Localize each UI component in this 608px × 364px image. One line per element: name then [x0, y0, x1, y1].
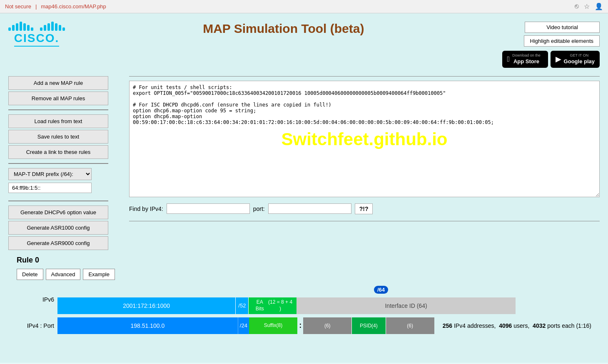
top-separator: [129, 76, 600, 77]
store-buttons:  Download on the App Store ▶ GET IT ON …: [502, 51, 600, 68]
psid-num1: (6): [303, 317, 352, 334]
browser-bar: Not secure | map46.cisco.com/MAP.php ⎋ ☆…: [0, 0, 608, 13]
example-button[interactable]: Example: [83, 269, 115, 280]
app-store-text: Download on the App Store: [512, 53, 541, 65]
interface-id: Interface ID (64): [297, 297, 516, 314]
bar10: [47, 23, 50, 31]
output-container: # For unit tests / shell scripts: export…: [129, 81, 600, 198]
app-store-button[interactable]:  Download on the App Store: [502, 51, 548, 68]
find-query-button[interactable]: ?!?: [355, 203, 373, 214]
ipv6-bar: 2001:172:16:1000 /52 EA Bits (12 = 8 + 4…: [57, 297, 516, 314]
add-map-rule-button[interactable]: Add a new MAP rule: [8, 76, 108, 90]
cisco-bars: [8, 22, 65, 31]
page-title: MAP Simulation Tool (beta): [65, 22, 502, 36]
ipv6-row: IPv6 /64 2001:172:16:1000 /52 EA Bits (1…: [17, 285, 591, 314]
header: CISCO. MAP Simulation Tool (beta) Video …: [8, 22, 600, 68]
rule-section: Rule 0 Delete Advanced Example IPv6 /64 …: [8, 252, 600, 346]
advanced-button[interactable]: Advanced: [46, 269, 81, 280]
dmr-select-row: MAP-T DMR prefix (/64):: [8, 168, 121, 180]
ipv6-slash52: /52: [236, 297, 249, 314]
dmr-prefix-input[interactable]: [8, 183, 92, 193]
psid-num2: (6): [386, 317, 434, 334]
google-play-name: Google play: [564, 58, 595, 65]
content-area: Add a new MAP rule Remove all MAP rules …: [8, 76, 600, 252]
bar1: [8, 27, 11, 31]
app-store-sub: Download on the: [512, 53, 541, 58]
divider2: [8, 163, 108, 164]
cisco-logo: CISCO.: [8, 22, 65, 47]
remove-all-rules-button[interactable]: Remove all MAP rules: [8, 92, 108, 105]
load-rules-button[interactable]: Load rules from text: [8, 114, 108, 128]
output-textarea[interactable]: # For unit tests / shell scripts: export…: [129, 81, 600, 197]
url-separator: |: [35, 3, 37, 10]
right-panel: # For unit tests / shell scripts: export…: [129, 76, 600, 252]
suffix-box: Suffix (8): [249, 317, 297, 334]
generate-asr1000-button[interactable]: Generate ASR1000 config: [8, 221, 108, 235]
divider1: [8, 109, 108, 110]
slash64-badge: /64: [374, 286, 388, 294]
bar13: [59, 25, 61, 31]
dmr-prefix-select[interactable]: MAP-T DMR prefix (/64):: [8, 168, 92, 180]
bar5: [23, 23, 26, 31]
ea-bits: EA Bits (12 = 8 + 4 ): [249, 297, 297, 314]
bar8: [40, 27, 42, 31]
ipv6-prefix: 2001:172:16:1000: [57, 297, 236, 314]
cisco-text: CISCO.: [14, 32, 59, 47]
video-tutorial-button[interactable]: Video tutorial: [525, 22, 600, 33]
browser-icons: ⎋ ☆ 👤: [575, 2, 603, 10]
create-link-button[interactable]: Create a link to these rules: [8, 145, 108, 159]
ipv4-bar: 198.51.100.0 /24 Suffix (8) : (6) PSID (…: [57, 317, 434, 334]
header-buttons: Video tutorial Highligh editable element…: [502, 22, 600, 68]
find-ipv4-label: Find by IPv4:: [129, 206, 163, 212]
google-play-sub: GET IT ON: [564, 53, 595, 58]
bar4: [20, 22, 22, 31]
rule-title: Rule 0: [17, 256, 591, 265]
stats-text: 256 IPv4 addresses, 4096 users, 4032 por…: [443, 322, 591, 329]
google-play-text: GET IT ON Google play: [564, 53, 595, 65]
apple-icon: : [507, 55, 510, 64]
account-icon[interactable]: 👤: [595, 2, 603, 10]
share-icon[interactable]: ⎋: [575, 2, 579, 10]
bookmark-icon[interactable]: ☆: [584, 2, 590, 10]
app-store-name: App Store: [512, 58, 541, 65]
ipv4-slash24: /24: [238, 317, 249, 334]
highlight-elements-button[interactable]: Highligh editable elements: [524, 35, 600, 47]
ipv6-wrapper: /64 2001:172:16:1000 /52 EA Bits (12 = 8…: [57, 297, 591, 314]
main-container: CISCO. MAP Simulation Tool (beta) Video …: [0, 13, 608, 363]
generate-asr9000-button[interactable]: Generate ASR9000 config: [8, 236, 108, 250]
not-secure-label: Not secure: [5, 3, 31, 10]
google-play-button[interactable]: ▶ GET IT ON Google play: [551, 51, 600, 68]
find-ipv4-input[interactable]: [167, 203, 250, 214]
ipv6-row-label: IPv6: [17, 296, 54, 303]
bar12: [55, 23, 57, 31]
bar6: [27, 25, 30, 31]
bar3: [16, 23, 18, 31]
google-play-icon: ▶: [556, 54, 561, 64]
ipv4-row: IPv4 : Port 198.51.100.0 /24 Suffix (8) …: [17, 317, 591, 334]
bar9: [44, 25, 46, 31]
generate-dhcp-button[interactable]: Generate DHCPv6 option value: [8, 206, 108, 219]
url-text: map46.cisco.com/MAP.php: [41, 3, 106, 10]
bottom-separator: [129, 221, 600, 221]
colon-separator: :: [297, 317, 303, 334]
ipv4-prefix: 198.51.100.0: [57, 317, 238, 334]
save-rules-button[interactable]: Save rules to text: [8, 130, 108, 144]
bar2: [12, 25, 15, 31]
rule-buttons: Delete Advanced Example: [17, 269, 591, 280]
psid-label: PSID (4): [352, 317, 386, 334]
delete-rule-button[interactable]: Delete: [17, 269, 43, 280]
bar11: [51, 22, 54, 31]
port-input[interactable]: [268, 203, 351, 214]
find-row: Find by IPv4: port: ?!?: [129, 203, 600, 214]
port-label: port:: [253, 206, 265, 212]
bar7: [31, 27, 33, 31]
ipv4-row-label: IPv4 : Port: [17, 322, 54, 329]
left-panel: Add a new MAP rule Remove all MAP rules …: [8, 76, 121, 252]
divider3: [8, 201, 108, 201]
